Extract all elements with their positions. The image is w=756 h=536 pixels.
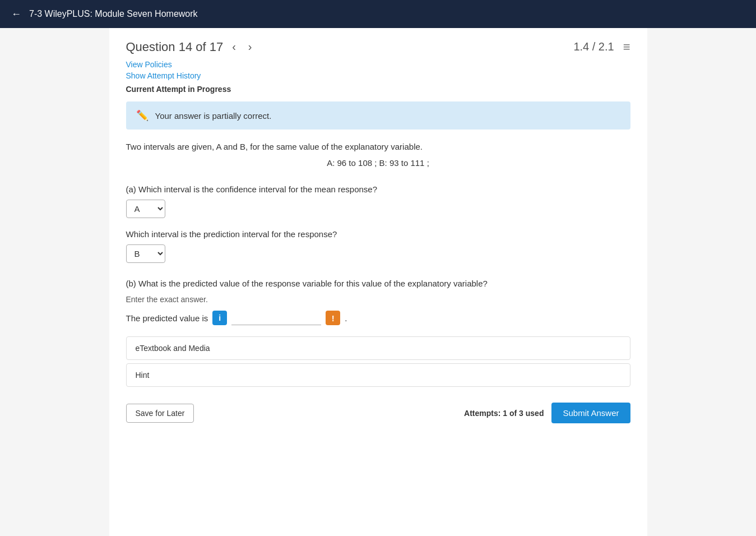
list-icon[interactable]: ≡ <box>623 40 630 54</box>
etextbook-resource[interactable]: eTextbook and Media <box>126 336 630 360</box>
main-content: Question 14 of 17 ‹ › 1.4 / 2.1 ≡ View P… <box>109 28 647 536</box>
links-section: View Policies Show Attempt History <box>126 60 630 80</box>
prev-button[interactable]: ‹ <box>229 39 239 54</box>
part-a-confidence: (a) Which interval is the confidence int… <box>126 184 630 218</box>
confidence-interval-dropdown[interactable]: A B <box>126 200 165 218</box>
intervals-display: A: 96 to 108 ; B: 93 to 111 ; <box>126 158 630 168</box>
predicted-label: The predicted value is <box>126 313 208 323</box>
next-button[interactable]: › <box>245 39 256 54</box>
warning-button[interactable]: ! <box>326 311 340 325</box>
save-later-button[interactable]: Save for Later <box>126 404 194 423</box>
info-button[interactable]: i <box>212 311 227 325</box>
back-icon[interactable]: ← <box>11 8 21 20</box>
top-bar: ← 7-3 WileyPLUS: Module Seven Homework <box>0 0 756 28</box>
part-a2-label: Which interval is the prediction interva… <box>126 229 630 239</box>
part-b-section: (b) What is the predicted value of the r… <box>126 279 630 325</box>
question-title: Question 14 of 17 <box>126 40 224 54</box>
partial-correct-text: Your answer is partially correct. <box>155 111 272 121</box>
prediction-interval-dropdown[interactable]: A B <box>126 244 165 263</box>
current-attempt-label: Current Attempt in Progress <box>126 85 630 94</box>
question-header: Question 14 of 17 ‹ › 1.4 / 2.1 ≡ <box>126 39 630 54</box>
period-label: . <box>345 313 347 323</box>
predicted-value-input[interactable] <box>231 311 321 325</box>
enter-exact-label: Enter the exact answer. <box>126 295 630 304</box>
predicted-value-row: The predicted value is i ! . <box>126 311 630 325</box>
part-b-label: (b) What is the predicted value of the r… <box>126 279 630 288</box>
footer-bar: Save for Later Attempts: 1 of 3 used Sub… <box>126 397 630 423</box>
question-header-right: 1.4 / 2.1 ≡ <box>573 40 630 54</box>
question-intro: Two intervals are given, A and B, for th… <box>126 142 630 151</box>
page-title: 7-3 WileyPLUS: Module Seven Homework <box>29 9 198 19</box>
question-header-left: Question 14 of 17 ‹ › <box>126 39 256 54</box>
attempts-text: Attempts: 1 of 3 used <box>464 409 544 418</box>
show-attempt-history-link[interactable]: Show Attempt History <box>126 71 630 80</box>
submit-answer-button[interactable]: Submit Answer <box>551 403 630 423</box>
footer-right: Attempts: 1 of 3 used Submit Answer <box>464 403 630 423</box>
pencil-icon: ✏️ <box>136 109 149 122</box>
view-policies-link[interactable]: View Policies <box>126 60 630 69</box>
part-a-prediction: Which interval is the prediction interva… <box>126 229 630 263</box>
partial-correct-banner: ✏️ Your answer is partially correct. <box>126 101 630 130</box>
part-a-label: (a) Which interval is the confidence int… <box>126 184 630 194</box>
hint-resource[interactable]: Hint <box>126 363 630 387</box>
score-display: 1.4 / 2.1 <box>573 40 614 53</box>
